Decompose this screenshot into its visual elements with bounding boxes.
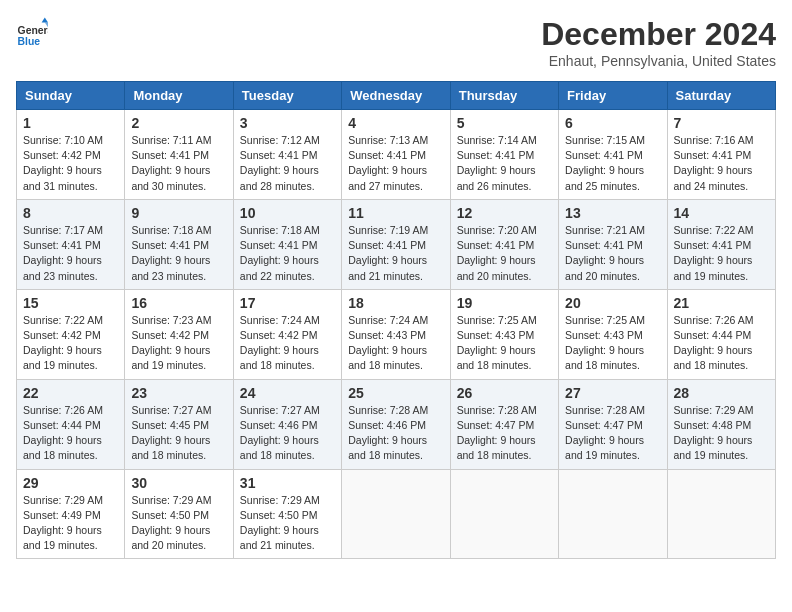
weekday-header-row: SundayMondayTuesdayWednesdayThursdayFrid… [17,82,776,110]
day-info: Sunrise: 7:20 AMSunset: 4:41 PMDaylight:… [457,223,552,284]
day-number: 28 [674,385,769,401]
day-info: Sunrise: 7:21 AMSunset: 4:41 PMDaylight:… [565,223,660,284]
calendar-cell: 5Sunrise: 7:14 AMSunset: 4:41 PMDaylight… [450,110,558,200]
calendar-cell: 26Sunrise: 7:28 AMSunset: 4:47 PMDayligh… [450,379,558,469]
day-number: 6 [565,115,660,131]
day-number: 17 [240,295,335,311]
calendar-cell: 3Sunrise: 7:12 AMSunset: 4:41 PMDaylight… [233,110,341,200]
calendar-cell: 24Sunrise: 7:27 AMSunset: 4:46 PMDayligh… [233,379,341,469]
calendar-cell: 9Sunrise: 7:18 AMSunset: 4:41 PMDaylight… [125,199,233,289]
day-info: Sunrise: 7:23 AMSunset: 4:42 PMDaylight:… [131,313,226,374]
calendar-cell: 12Sunrise: 7:20 AMSunset: 4:41 PMDayligh… [450,199,558,289]
calendar-week-row: 15Sunrise: 7:22 AMSunset: 4:42 PMDayligh… [17,289,776,379]
day-info: Sunrise: 7:18 AMSunset: 4:41 PMDaylight:… [131,223,226,284]
weekday-header-monday: Monday [125,82,233,110]
day-number: 5 [457,115,552,131]
day-info: Sunrise: 7:24 AMSunset: 4:43 PMDaylight:… [348,313,443,374]
day-info: Sunrise: 7:29 AMSunset: 4:49 PMDaylight:… [23,493,118,554]
svg-marker-2 [42,18,48,23]
day-number: 16 [131,295,226,311]
day-number: 27 [565,385,660,401]
calendar-cell: 19Sunrise: 7:25 AMSunset: 4:43 PMDayligh… [450,289,558,379]
day-info: Sunrise: 7:14 AMSunset: 4:41 PMDaylight:… [457,133,552,194]
calendar-cell: 17Sunrise: 7:24 AMSunset: 4:42 PMDayligh… [233,289,341,379]
day-number: 12 [457,205,552,221]
day-number: 9 [131,205,226,221]
day-info: Sunrise: 7:27 AMSunset: 4:46 PMDaylight:… [240,403,335,464]
calendar-cell: 25Sunrise: 7:28 AMSunset: 4:46 PMDayligh… [342,379,450,469]
day-number: 1 [23,115,118,131]
day-info: Sunrise: 7:11 AMSunset: 4:41 PMDaylight:… [131,133,226,194]
calendar-cell: 11Sunrise: 7:19 AMSunset: 4:41 PMDayligh… [342,199,450,289]
day-number: 11 [348,205,443,221]
calendar-week-row: 22Sunrise: 7:26 AMSunset: 4:44 PMDayligh… [17,379,776,469]
day-number: 14 [674,205,769,221]
weekday-header-friday: Friday [559,82,667,110]
day-number: 22 [23,385,118,401]
calendar-cell: 27Sunrise: 7:28 AMSunset: 4:47 PMDayligh… [559,379,667,469]
day-info: Sunrise: 7:28 AMSunset: 4:47 PMDaylight:… [457,403,552,464]
day-number: 31 [240,475,335,491]
day-number: 30 [131,475,226,491]
day-info: Sunrise: 7:18 AMSunset: 4:41 PMDaylight:… [240,223,335,284]
calendar-cell: 14Sunrise: 7:22 AMSunset: 4:41 PMDayligh… [667,199,775,289]
logo-icon: General Blue [16,16,48,48]
day-info: Sunrise: 7:12 AMSunset: 4:41 PMDaylight:… [240,133,335,194]
day-number: 21 [674,295,769,311]
calendar-week-row: 29Sunrise: 7:29 AMSunset: 4:49 PMDayligh… [17,469,776,559]
calendar-week-row: 1Sunrise: 7:10 AMSunset: 4:42 PMDaylight… [17,110,776,200]
calendar-cell: 21Sunrise: 7:26 AMSunset: 4:44 PMDayligh… [667,289,775,379]
calendar-cell: 13Sunrise: 7:21 AMSunset: 4:41 PMDayligh… [559,199,667,289]
calendar-cell: 6Sunrise: 7:15 AMSunset: 4:41 PMDaylight… [559,110,667,200]
day-info: Sunrise: 7:22 AMSunset: 4:41 PMDaylight:… [674,223,769,284]
day-info: Sunrise: 7:25 AMSunset: 4:43 PMDaylight:… [565,313,660,374]
day-number: 4 [348,115,443,131]
weekday-header-wednesday: Wednesday [342,82,450,110]
day-number: 29 [23,475,118,491]
calendar-cell: 7Sunrise: 7:16 AMSunset: 4:41 PMDaylight… [667,110,775,200]
calendar-cell: 29Sunrise: 7:29 AMSunset: 4:49 PMDayligh… [17,469,125,559]
day-info: Sunrise: 7:24 AMSunset: 4:42 PMDaylight:… [240,313,335,374]
calendar-week-row: 8Sunrise: 7:17 AMSunset: 4:41 PMDaylight… [17,199,776,289]
calendar-cell [342,469,450,559]
day-info: Sunrise: 7:26 AMSunset: 4:44 PMDaylight:… [23,403,118,464]
day-info: Sunrise: 7:10 AMSunset: 4:42 PMDaylight:… [23,133,118,194]
day-info: Sunrise: 7:22 AMSunset: 4:42 PMDaylight:… [23,313,118,374]
page-header: General Blue December 2024 Enhaut, Penns… [16,16,776,69]
day-number: 19 [457,295,552,311]
day-number: 18 [348,295,443,311]
day-info: Sunrise: 7:29 AMSunset: 4:50 PMDaylight:… [131,493,226,554]
calendar-cell [667,469,775,559]
day-info: Sunrise: 7:28 AMSunset: 4:47 PMDaylight:… [565,403,660,464]
title-block: December 2024 Enhaut, Pennsylvania, Unit… [541,16,776,69]
calendar-cell: 28Sunrise: 7:29 AMSunset: 4:48 PMDayligh… [667,379,775,469]
day-number: 3 [240,115,335,131]
day-number: 24 [240,385,335,401]
calendar-cell: 22Sunrise: 7:26 AMSunset: 4:44 PMDayligh… [17,379,125,469]
calendar-cell: 30Sunrise: 7:29 AMSunset: 4:50 PMDayligh… [125,469,233,559]
calendar-cell: 16Sunrise: 7:23 AMSunset: 4:42 PMDayligh… [125,289,233,379]
day-number: 25 [348,385,443,401]
day-number: 13 [565,205,660,221]
day-number: 8 [23,205,118,221]
day-number: 20 [565,295,660,311]
day-number: 23 [131,385,226,401]
location-title: Enhaut, Pennsylvania, United States [541,53,776,69]
day-info: Sunrise: 7:19 AMSunset: 4:41 PMDaylight:… [348,223,443,284]
day-info: Sunrise: 7:25 AMSunset: 4:43 PMDaylight:… [457,313,552,374]
weekday-header-tuesday: Tuesday [233,82,341,110]
calendar-cell: 20Sunrise: 7:25 AMSunset: 4:43 PMDayligh… [559,289,667,379]
day-info: Sunrise: 7:17 AMSunset: 4:41 PMDaylight:… [23,223,118,284]
calendar-cell: 10Sunrise: 7:18 AMSunset: 4:41 PMDayligh… [233,199,341,289]
calendar-cell: 4Sunrise: 7:13 AMSunset: 4:41 PMDaylight… [342,110,450,200]
day-info: Sunrise: 7:29 AMSunset: 4:48 PMDaylight:… [674,403,769,464]
weekday-header-sunday: Sunday [17,82,125,110]
month-title: December 2024 [541,16,776,53]
calendar-cell: 2Sunrise: 7:11 AMSunset: 4:41 PMDaylight… [125,110,233,200]
calendar-cell [559,469,667,559]
calendar-cell: 1Sunrise: 7:10 AMSunset: 4:42 PMDaylight… [17,110,125,200]
day-info: Sunrise: 7:15 AMSunset: 4:41 PMDaylight:… [565,133,660,194]
calendar-cell: 8Sunrise: 7:17 AMSunset: 4:41 PMDaylight… [17,199,125,289]
calendar-cell: 23Sunrise: 7:27 AMSunset: 4:45 PMDayligh… [125,379,233,469]
day-info: Sunrise: 7:29 AMSunset: 4:50 PMDaylight:… [240,493,335,554]
